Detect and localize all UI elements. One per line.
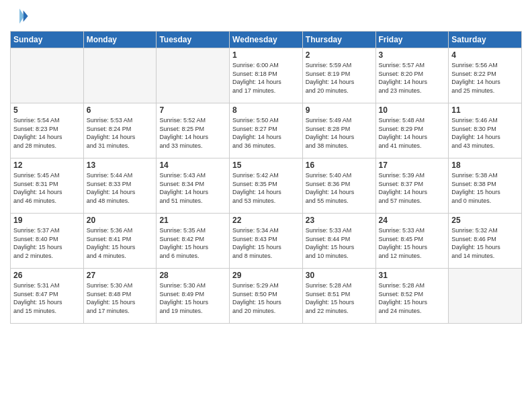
header-day: Sunday — [11, 32, 84, 48]
header — [10, 7, 522, 26]
day-number: 2 — [306, 50, 373, 60]
day-info: Sunrise: 5:29 AM Sunset: 8:50 PM Dayligh… — [232, 281, 300, 315]
calendar-week-row: 26Sunrise: 5:31 AM Sunset: 8:47 PM Dayli… — [11, 269, 522, 324]
calendar-table: SundayMondayTuesdayWednesdayThursdayFrid… — [10, 31, 522, 324]
day-info: Sunrise: 5:50 AM Sunset: 8:27 PM Dayligh… — [232, 116, 300, 150]
day-info: Sunrise: 5:53 AM Sunset: 8:24 PM Dayligh… — [87, 116, 154, 150]
calendar-week-row: 1Sunrise: 6:00 AM Sunset: 8:18 PM Daylig… — [11, 48, 522, 103]
day-number: 3 — [379, 50, 446, 60]
day-info: Sunrise: 5:56 AM Sunset: 8:22 PM Dayligh… — [451, 61, 519, 95]
calendar-week-row: 5Sunrise: 5:54 AM Sunset: 8:23 PM Daylig… — [11, 103, 522, 158]
day-info: Sunrise: 5:46 AM Sunset: 8:30 PM Dayligh… — [451, 116, 519, 150]
calendar-day-cell: 28Sunrise: 5:30 AM Sunset: 8:49 PM Dayli… — [157, 269, 230, 324]
day-info: Sunrise: 5:30 AM Sunset: 8:49 PM Dayligh… — [159, 281, 226, 315]
header-day: Wednesday — [230, 32, 303, 48]
page: SundayMondayTuesdayWednesdayThursdayFrid… — [0, 0, 532, 411]
day-number: 21 — [159, 216, 226, 225]
calendar-day-cell: 10Sunrise: 5:48 AM Sunset: 8:29 PM Dayli… — [375, 103, 449, 158]
day-info: Sunrise: 5:32 AM Sunset: 8:46 PM Dayligh… — [451, 226, 519, 260]
day-number: 1 — [232, 50, 300, 60]
calendar-day-cell — [83, 48, 157, 103]
day-info: Sunrise: 5:30 AM Sunset: 8:48 PM Dayligh… — [87, 281, 154, 315]
calendar-day-cell: 18Sunrise: 5:38 AM Sunset: 8:38 PM Dayli… — [449, 158, 522, 214]
calendar-day-cell: 3Sunrise: 5:57 AM Sunset: 8:20 PM Daylig… — [375, 48, 449, 103]
calendar-day-cell: 11Sunrise: 5:46 AM Sunset: 8:30 PM Dayli… — [449, 103, 522, 158]
day-number: 31 — [379, 271, 446, 280]
day-info: Sunrise: 5:52 AM Sunset: 8:25 PM Dayligh… — [159, 116, 226, 150]
calendar-day-cell: 1Sunrise: 6:00 AM Sunset: 8:18 PM Daylig… — [230, 48, 303, 103]
calendar-day-cell — [157, 48, 230, 103]
day-info: Sunrise: 5:37 AM Sunset: 8:40 PM Dayligh… — [13, 226, 81, 260]
day-number: 22 — [232, 216, 300, 225]
day-info: Sunrise: 5:40 AM Sunset: 8:36 PM Dayligh… — [306, 171, 373, 205]
day-number: 24 — [379, 216, 446, 225]
day-info: Sunrise: 5:36 AM Sunset: 8:41 PM Dayligh… — [87, 226, 154, 260]
calendar-day-cell: 30Sunrise: 5:28 AM Sunset: 8:51 PM Dayli… — [302, 269, 375, 324]
day-number: 13 — [87, 161, 154, 170]
calendar-week-row: 12Sunrise: 5:45 AM Sunset: 8:31 PM Dayli… — [11, 158, 522, 214]
header-day: Friday — [375, 32, 449, 48]
day-info: Sunrise: 5:39 AM Sunset: 8:37 PM Dayligh… — [379, 171, 446, 205]
calendar-day-cell: 24Sunrise: 5:33 AM Sunset: 8:45 PM Dayli… — [375, 214, 449, 269]
calendar-day-cell: 27Sunrise: 5:30 AM Sunset: 8:48 PM Dayli… — [83, 269, 157, 324]
day-number: 26 — [13, 271, 81, 280]
day-info: Sunrise: 5:35 AM Sunset: 8:42 PM Dayligh… — [159, 226, 226, 260]
logo-icon — [10, 7, 29, 26]
day-number: 5 — [13, 105, 81, 115]
day-info: Sunrise: 5:59 AM Sunset: 8:19 PM Dayligh… — [306, 61, 373, 95]
day-info: Sunrise: 5:54 AM Sunset: 8:23 PM Dayligh… — [13, 116, 81, 150]
day-info: Sunrise: 6:00 AM Sunset: 8:18 PM Dayligh… — [232, 61, 300, 95]
day-number: 4 — [451, 50, 519, 60]
calendar-day-cell: 15Sunrise: 5:42 AM Sunset: 8:35 PM Dayli… — [230, 158, 303, 214]
day-number: 29 — [232, 271, 300, 280]
day-number: 25 — [451, 216, 519, 225]
calendar-day-cell: 8Sunrise: 5:50 AM Sunset: 8:27 PM Daylig… — [230, 103, 303, 158]
calendar-day-cell: 19Sunrise: 5:37 AM Sunset: 8:40 PM Dayli… — [11, 214, 84, 269]
day-number: 8 — [232, 105, 300, 115]
calendar-day-cell — [449, 269, 522, 324]
calendar-day-cell — [11, 48, 84, 103]
day-info: Sunrise: 5:28 AM Sunset: 8:51 PM Dayligh… — [306, 281, 373, 315]
day-info: Sunrise: 5:43 AM Sunset: 8:34 PM Dayligh… — [159, 171, 226, 205]
day-number: 7 — [159, 105, 226, 115]
header-day: Thursday — [302, 32, 375, 48]
day-number: 28 — [159, 271, 226, 280]
header-row: SundayMondayTuesdayWednesdayThursdayFrid… — [11, 32, 522, 48]
calendar-day-cell: 12Sunrise: 5:45 AM Sunset: 8:31 PM Dayli… — [11, 158, 84, 214]
day-number: 16 — [306, 161, 373, 170]
day-number: 14 — [159, 161, 226, 170]
calendar-day-cell: 14Sunrise: 5:43 AM Sunset: 8:34 PM Dayli… — [157, 158, 230, 214]
calendar-week-row: 19Sunrise: 5:37 AM Sunset: 8:40 PM Dayli… — [11, 214, 522, 269]
calendar-header: SundayMondayTuesdayWednesdayThursdayFrid… — [11, 32, 522, 48]
calendar-day-cell: 7Sunrise: 5:52 AM Sunset: 8:25 PM Daylig… — [157, 103, 230, 158]
day-number: 9 — [306, 105, 373, 115]
calendar-day-cell: 2Sunrise: 5:59 AM Sunset: 8:19 PM Daylig… — [302, 48, 375, 103]
day-info: Sunrise: 5:31 AM Sunset: 8:47 PM Dayligh… — [13, 281, 81, 315]
day-number: 12 — [13, 161, 81, 170]
day-number: 15 — [232, 161, 300, 170]
calendar-body: 1Sunrise: 6:00 AM Sunset: 8:18 PM Daylig… — [11, 48, 522, 324]
day-info: Sunrise: 5:28 AM Sunset: 8:52 PM Dayligh… — [379, 281, 446, 315]
day-info: Sunrise: 5:49 AM Sunset: 8:28 PM Dayligh… — [306, 116, 373, 150]
calendar-day-cell: 16Sunrise: 5:40 AM Sunset: 8:36 PM Dayli… — [302, 158, 375, 214]
calendar-day-cell: 25Sunrise: 5:32 AM Sunset: 8:46 PM Dayli… — [449, 214, 522, 269]
day-info: Sunrise: 5:45 AM Sunset: 8:31 PM Dayligh… — [13, 171, 81, 205]
day-info: Sunrise: 5:44 AM Sunset: 8:33 PM Dayligh… — [87, 171, 154, 205]
calendar-day-cell: 17Sunrise: 5:39 AM Sunset: 8:37 PM Dayli… — [375, 158, 449, 214]
calendar-day-cell: 23Sunrise: 5:33 AM Sunset: 8:44 PM Dayli… — [302, 214, 375, 269]
calendar-day-cell: 5Sunrise: 5:54 AM Sunset: 8:23 PM Daylig… — [11, 103, 84, 158]
day-info: Sunrise: 5:48 AM Sunset: 8:29 PM Dayligh… — [379, 116, 446, 150]
calendar-day-cell: 4Sunrise: 5:56 AM Sunset: 8:22 PM Daylig… — [449, 48, 522, 103]
day-number: 17 — [379, 161, 446, 170]
calendar-day-cell: 31Sunrise: 5:28 AM Sunset: 8:52 PM Dayli… — [375, 269, 449, 324]
header-day: Tuesday — [157, 32, 230, 48]
logo — [10, 7, 30, 26]
day-number: 23 — [306, 216, 373, 225]
calendar-day-cell: 22Sunrise: 5:34 AM Sunset: 8:43 PM Dayli… — [230, 214, 303, 269]
day-number: 11 — [451, 105, 519, 115]
calendar-day-cell: 29Sunrise: 5:29 AM Sunset: 8:50 PM Dayli… — [230, 269, 303, 324]
day-info: Sunrise: 5:34 AM Sunset: 8:43 PM Dayligh… — [232, 226, 300, 260]
day-number: 27 — [87, 271, 154, 280]
header-day: Saturday — [449, 32, 522, 48]
calendar-day-cell: 6Sunrise: 5:53 AM Sunset: 8:24 PM Daylig… — [83, 103, 157, 158]
